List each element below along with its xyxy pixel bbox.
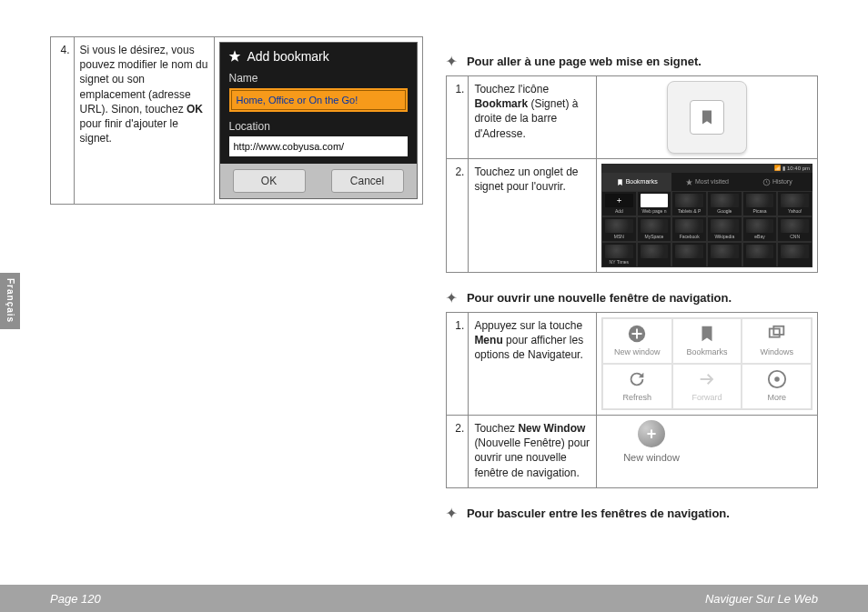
status-time: 10:40 pm xyxy=(787,165,810,172)
location-field[interactable]: http://www.cobyusa.com/ xyxy=(229,136,408,156)
menu-forward: Forward xyxy=(672,364,742,409)
battery-icon: ▮ xyxy=(782,165,785,172)
footer-page: Page 120 xyxy=(50,592,101,606)
tab-label: Bookmarks xyxy=(626,177,658,186)
new-window-button[interactable]: + New window xyxy=(611,420,692,465)
bullet-icon: ✦ xyxy=(446,53,458,70)
menu-bookmarks[interactable]: Bookmarks xyxy=(672,318,742,364)
bookmark-icon-inner xyxy=(690,100,724,135)
clock-icon xyxy=(762,178,771,186)
grid-item[interactable]: CNN xyxy=(777,216,812,242)
svg-point-5 xyxy=(774,377,780,383)
browser-tabs: Bookmarks Most visited History xyxy=(601,173,812,191)
menu-label: Bookmarks xyxy=(686,346,727,357)
text: Touchez l'icône xyxy=(474,83,549,95)
menu-new-window[interactable]: New window xyxy=(602,318,672,364)
refresh-icon xyxy=(627,369,647,389)
text-bold: New Window xyxy=(518,422,585,435)
grid-item[interactable] xyxy=(637,242,672,267)
text: Appuyez sur la touche xyxy=(474,319,582,332)
name-field[interactable]: Home, Office or On the Go! xyxy=(229,88,408,112)
grid-item[interactable]: Facebook xyxy=(671,216,707,242)
plus-circle-icon: + xyxy=(638,420,665,447)
tab-label: History xyxy=(772,177,792,186)
bookmark-icon xyxy=(698,108,716,126)
section-heading: ✦ Pour aller à une page web mise en sign… xyxy=(446,53,819,70)
plus-circle-icon xyxy=(627,324,647,344)
grid-item[interactable]: eBay xyxy=(742,216,778,242)
bookmark-icon xyxy=(616,178,624,186)
bullet-icon: ✦ xyxy=(446,289,458,306)
menu-label: New window xyxy=(614,346,661,357)
menu-windows[interactable]: Windows xyxy=(742,318,812,364)
grid-item[interactable] xyxy=(742,242,778,267)
step-number: 1. xyxy=(446,76,469,159)
instruction-table-left: 4. Si vous le désirez, vous pouvez modif… xyxy=(50,36,423,205)
step-number: 2. xyxy=(446,159,469,273)
menu-more[interactable]: More xyxy=(742,364,812,409)
grid-item[interactable]: Google xyxy=(707,191,742,216)
section-heading: ✦ Pour basculer entre les fenêtres de na… xyxy=(446,505,819,522)
heading-text: Pour basculer entre les fenêtres de navi… xyxy=(467,507,730,520)
browser-menu: New window Bookmarks Windows xyxy=(601,317,812,410)
grid-item[interactable] xyxy=(707,242,742,267)
menu-label: Forward xyxy=(691,392,722,403)
add-bookmark-dialog: Add bookmark Name Home, Office or On the… xyxy=(219,42,418,199)
language-tab: Français xyxy=(0,273,20,329)
tab-history[interactable]: History xyxy=(742,173,812,191)
grid-item[interactable] xyxy=(671,242,707,267)
grid-item[interactable]: MySpace xyxy=(637,216,672,242)
menu-refresh[interactable]: Refresh xyxy=(602,364,672,409)
text-bold: OK xyxy=(187,103,203,115)
name-input[interactable]: Home, Office or On the Go! xyxy=(231,90,406,110)
cell-label: Tablets & P xyxy=(678,208,701,215)
grid-item[interactable]: Tablets & P xyxy=(671,191,707,216)
section-heading: ✦ Pour ouvrir une nouvelle fenêtre de na… xyxy=(446,289,819,306)
step-text: Appuyez sur la touche Menu pour afficher… xyxy=(469,313,597,416)
cell-label: Wikipedia xyxy=(714,234,734,240)
dialog-header: Add bookmark xyxy=(220,43,417,71)
bookmark-icon-card[interactable] xyxy=(667,81,747,154)
grid-item[interactable]: Web page n xyxy=(637,191,672,216)
svg-rect-3 xyxy=(773,326,783,335)
menu-label: Windows xyxy=(760,346,793,357)
ok-button[interactable]: OK xyxy=(233,169,306,193)
menu-label: Refresh xyxy=(623,392,652,403)
wifi-icon: 📶 xyxy=(774,165,781,172)
step-visual xyxy=(597,76,818,159)
cancel-button[interactable]: Cancel xyxy=(331,169,404,193)
tab-most-visited[interactable]: Most visited xyxy=(671,173,742,191)
location-input[interactable]: http://www.cobyusa.com/ xyxy=(229,136,408,156)
bookmarks-browser[interactable]: 📶 ▮ 10:40 pm Bookmarks xyxy=(601,164,812,267)
new-window-label: New window xyxy=(623,451,680,465)
star-icon xyxy=(685,178,693,186)
grid-item[interactable] xyxy=(777,242,812,267)
step-visual: Add bookmark Name Home, Office or On the… xyxy=(214,37,422,205)
step-number: 4. xyxy=(51,37,75,205)
menu-label: More xyxy=(767,392,786,403)
grid-add[interactable]: ＋Add xyxy=(601,191,637,216)
tab-label: Most visited xyxy=(695,177,729,186)
cell-label: eBay xyxy=(754,234,764,240)
dialog-buttons: OK Cancel xyxy=(220,164,417,198)
tab-bookmarks[interactable]: Bookmarks xyxy=(601,173,671,191)
bookmark-icon xyxy=(697,324,717,344)
cell-label: Yahoo! xyxy=(788,208,802,215)
grid-item[interactable]: MSN xyxy=(601,216,637,242)
grid-item[interactable]: Wikipedia xyxy=(707,216,742,242)
page-footer: Page 120 Naviguer Sur Le Web xyxy=(0,585,868,612)
more-circle-icon xyxy=(767,369,787,389)
step-number: 2. xyxy=(446,416,469,488)
dialog-title: Add bookmark xyxy=(247,48,329,65)
cell-label: Web page n xyxy=(642,208,667,215)
step-visual: + New window xyxy=(597,416,818,488)
left-column: 4. Si vous le désirez, vous pouvez modif… xyxy=(50,36,423,527)
step-number: 1. xyxy=(446,313,469,416)
grid-item[interactable]: Picasa xyxy=(742,191,778,216)
grid-item[interactable]: Yahoo! xyxy=(777,191,812,216)
cell-label: MSN xyxy=(614,234,624,240)
text-bold: Bookmark xyxy=(474,97,528,110)
step-text: Touchez un onglet de signet pour l'ouvri… xyxy=(469,159,597,273)
text-bold: Menu xyxy=(474,334,502,346)
grid-item[interactable]: NY Times xyxy=(601,242,637,267)
